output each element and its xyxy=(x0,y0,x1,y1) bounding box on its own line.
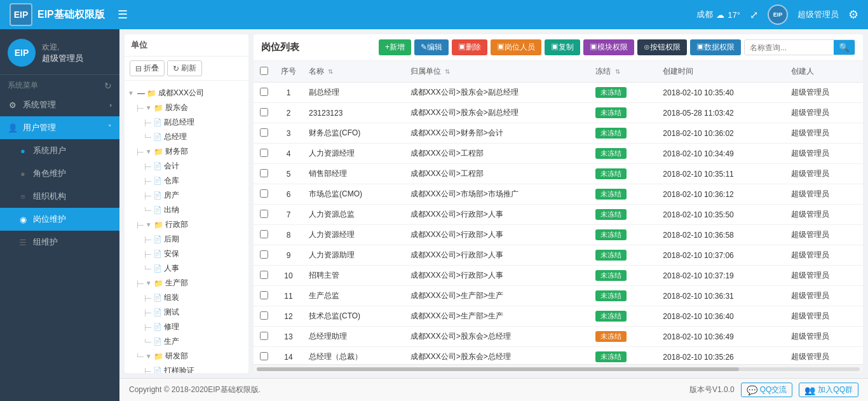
sidebar-item-role-maint[interactable]: ● 角色维护 xyxy=(0,162,119,185)
sidebar-item-sys-users[interactable]: ● 系统用户 xyxy=(0,139,119,162)
tree-node-warehouse[interactable]: ├─ 📄 仓库 xyxy=(140,173,248,188)
tree-panel-title: 单位 xyxy=(131,39,147,51)
row-checkbox[interactable] xyxy=(260,332,268,340)
row-checkbox[interactable] xyxy=(260,88,268,96)
tree-node-prod[interactable]: └─ 📄 生产 xyxy=(140,334,248,349)
button-perms-btn[interactable]: ⊙按钮权限 xyxy=(637,39,687,55)
table-row: 3 财务总监(CFO) 成都XXX公司>财务部>会计 未冻结 2018-02-1… xyxy=(254,123,863,144)
folder-icon: 📁 xyxy=(154,279,163,288)
tree-node-assembly[interactable]: ├─ 📄 组装 xyxy=(140,290,248,305)
tree-node-admin-dept[interactable]: ├─ ▼ 📁 行政部 xyxy=(132,217,248,232)
qq-chat-btn[interactable]: 💬 QQ交流 xyxy=(741,383,793,397)
status-badge: 未冻结 xyxy=(595,107,627,118)
name-col-header[interactable]: 名称 ⇅ xyxy=(302,61,404,83)
seq-cell: 6 xyxy=(275,184,302,205)
tree-node-finance[interactable]: ├─ ▼ 📁 财务部 xyxy=(132,144,248,159)
module-perms-btn[interactable]: ▣模块权限 xyxy=(583,39,634,55)
sidebar-item-system-mgmt[interactable]: ⚙ 系统管理 › xyxy=(0,93,119,116)
horizontal-scrollbar[interactable] xyxy=(254,364,863,373)
creator-cell: 超级管理员 xyxy=(785,306,863,327)
row-checkbox-cell xyxy=(254,266,275,286)
scrollbar-track[interactable] xyxy=(257,367,860,371)
status-badge: 未冻结 xyxy=(595,168,627,179)
main-layout: EIP 欢迎, 超级管理员 系统菜单 ↻ ⚙ 系统管理 › 👤 用户管理 ˅ xyxy=(0,29,868,401)
search-button[interactable]: 🔍 xyxy=(834,40,855,55)
table-row: 12 技术总监(CTO) 成都XXX公司>生产部>生产 未冻结 2018-02-… xyxy=(254,306,863,327)
tree-node-test[interactable]: ├─ 📄 测试 xyxy=(140,305,248,320)
tree-node-realestate[interactable]: ├─ 📄 房产 xyxy=(140,188,248,203)
frozen-cell: 未冻结 xyxy=(589,347,656,365)
tree-node-repair[interactable]: ├─ 📄 修理 xyxy=(140,320,248,334)
tree-node-accounting[interactable]: ├─ 📄 会计 xyxy=(140,159,248,173)
tree-node-post-prod[interactable]: ├─ 📄 后期 xyxy=(140,232,248,247)
position-people-btn[interactable]: ▣岗位人员 xyxy=(491,39,541,55)
tree-node-rnd[interactable]: └─ ▼ 📁 研发部 xyxy=(132,349,248,364)
row-checkbox[interactable] xyxy=(260,210,268,218)
row-checkbox[interactable] xyxy=(260,189,268,198)
unit-cell: 成都XXX公司>行政部>人事 xyxy=(404,266,590,286)
settings-icon[interactable]: ⚙ xyxy=(848,8,858,22)
tree-node-shareholders[interactable]: ├─ ▼ 📁 股东会 xyxy=(132,100,248,115)
sidebar-item-position-maint[interactable]: ◉ 岗位维护 xyxy=(0,208,119,231)
data-perms-btn[interactable]: ▣数据权限 xyxy=(690,39,741,55)
tree-node-cashier[interactable]: └─ 📄 出纳 xyxy=(140,203,248,217)
tree-node-company[interactable]: ▼ — 📁 成都XXX公司 xyxy=(125,86,248,100)
tree-node-production[interactable]: ├─ ▼ 📁 生产部 xyxy=(132,276,248,290)
row-checkbox[interactable] xyxy=(260,311,268,320)
search-input[interactable] xyxy=(745,41,834,55)
creator-cell: 超级管理员 xyxy=(785,144,863,164)
status-badge: 未冻结 xyxy=(595,331,627,342)
collapse-icon: ⊟ xyxy=(135,64,142,73)
qq-group-icon: 👥 xyxy=(804,385,815,395)
frozen-cell: 未冻结 xyxy=(589,327,656,347)
frozen-cell: 未冻结 xyxy=(589,266,656,286)
select-all-checkbox[interactable] xyxy=(260,67,268,75)
unit-col-header[interactable]: 归属单位 ⇅ xyxy=(404,61,590,83)
scrollbar-thumb[interactable] xyxy=(257,367,739,371)
sidebar-item-group-maint[interactable]: ☰ 组维护 xyxy=(0,231,119,254)
add-btn[interactable]: +新增 xyxy=(379,39,411,55)
row-checkbox[interactable] xyxy=(260,149,268,157)
sidebar-refresh-icon[interactable]: ↻ xyxy=(104,81,112,91)
menu-toggle-icon[interactable]: ☰ xyxy=(118,8,128,22)
sidebar-item-label: 用户管理 xyxy=(23,122,56,133)
tree-node-vp[interactable]: ├─ 📄 副总经理 xyxy=(140,115,248,130)
row-checkbox[interactable] xyxy=(260,108,268,116)
frozen-col-header[interactable]: 冻结 ⇅ xyxy=(589,61,656,83)
edit-btn[interactable]: ✎编辑 xyxy=(414,39,449,55)
tree-node-label: 生产部 xyxy=(165,278,188,289)
row-checkbox[interactable] xyxy=(260,230,268,238)
tree-node-label: 出纳 xyxy=(164,205,179,215)
tree-node-label: 会计 xyxy=(164,161,179,172)
copy-btn[interactable]: ▣复制 xyxy=(545,39,580,55)
sidebar-item-user-mgmt[interactable]: 👤 用户管理 ˅ xyxy=(0,116,119,139)
name-cell: 生产总监 xyxy=(302,286,404,306)
header-left: EIP EIP基础权限版 ☰ xyxy=(10,3,128,26)
expand-icon[interactable]: ⤢ xyxy=(750,9,758,21)
select-all-col xyxy=(254,61,275,83)
row-checkbox[interactable] xyxy=(260,271,268,279)
tree-node-hr[interactable]: └─ 📄 人事 xyxy=(140,261,248,276)
sidebar-item-label: 系统管理 xyxy=(23,99,56,111)
seq-col-header[interactable]: 序号 xyxy=(275,61,302,83)
sidebar-item-org-struct[interactable]: ≡ 组织机构 xyxy=(0,185,119,208)
status-badge: 未冻结 xyxy=(595,311,627,322)
tree-node-security[interactable]: ├─ 📄 安保 xyxy=(140,247,248,261)
row-checkbox[interactable] xyxy=(260,250,268,259)
row-checkbox[interactable] xyxy=(260,128,268,137)
tree-finance-indent: ├─ 📄 会计 ├─ 📄 仓库 ├─ xyxy=(132,159,248,217)
created-time-cell: 2018-02-10 10:35:40 xyxy=(656,83,785,103)
refresh-btn[interactable]: ↻ 刷新 xyxy=(167,60,202,76)
collapse-btn[interactable]: ⊟ 折叠 xyxy=(130,60,165,76)
join-qq-btn[interactable]: 👥 加入QQ群 xyxy=(799,383,858,397)
tree-node-gm[interactable]: └─ 📄 总经理 xyxy=(140,130,248,144)
tree-node-sample[interactable]: ├─ 📄 打样验证 xyxy=(140,364,248,373)
row-checkbox[interactable] xyxy=(260,169,268,177)
tree-line: ├─ xyxy=(135,222,144,228)
row-checkbox[interactable] xyxy=(260,291,268,299)
delete-btn[interactable]: ▣删除 xyxy=(452,39,487,55)
creator-cell: 超级管理员 xyxy=(785,327,863,347)
frozen-cell: 未冻结 xyxy=(589,184,656,205)
tree-toolbar: ⊟ 折叠 ↻ 刷新 xyxy=(125,57,248,81)
row-checkbox[interactable] xyxy=(260,352,268,360)
